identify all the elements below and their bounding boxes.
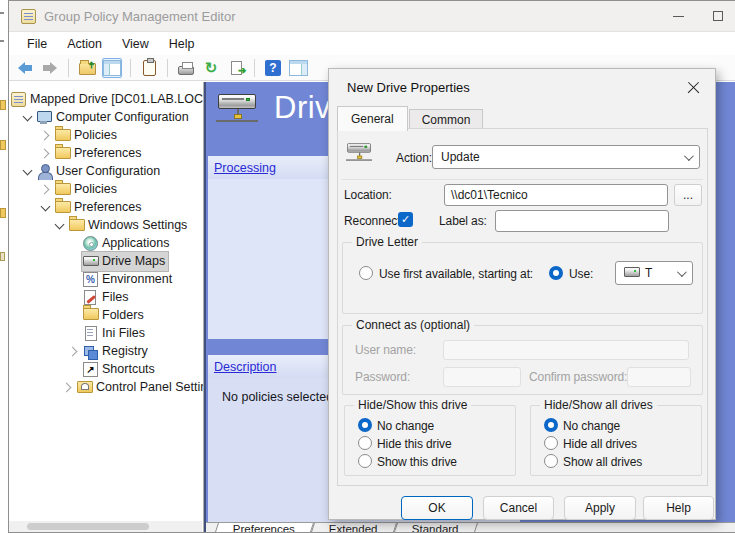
console-tree: Mapped Drive [DC01.LAB.LOCA Computer Con… xyxy=(9,82,204,532)
processing-link[interactable]: Processing xyxy=(214,161,276,175)
close-icon[interactable] xyxy=(683,77,705,99)
cancel-button[interactable]: Cancel xyxy=(483,496,554,520)
show-action-pane-icon[interactable] xyxy=(288,58,308,78)
chevron-down-icon[interactable] xyxy=(21,165,33,177)
print-icon[interactable] xyxy=(176,58,196,78)
scrollbar-thumb[interactable] xyxy=(27,523,149,530)
confirm-password-label: Confirm password: xyxy=(529,370,627,384)
this-no-change-label: No change xyxy=(377,419,434,433)
up-one-level-icon[interactable] xyxy=(77,58,97,78)
tab-extended[interactable]: Extended xyxy=(310,523,397,532)
tree-item-folders[interactable]: Folders xyxy=(9,306,203,324)
tree-item-mapped-drive[interactable]: Mapped Drive [DC01.LAB.LOCA xyxy=(9,90,203,108)
show-this-drive-label: Show this drive xyxy=(377,455,457,469)
label-as-input[interactable] xyxy=(495,210,669,232)
all-no-change-radio[interactable] xyxy=(544,418,558,432)
password-input xyxy=(443,367,521,387)
use-first-available-radio[interactable] xyxy=(359,266,373,280)
chevron-right-icon[interactable] xyxy=(67,345,79,357)
ok-button[interactable]: OK xyxy=(401,496,473,520)
tree-item-user-policies[interactable]: Policies xyxy=(9,180,203,198)
tree-item-user-configuration[interactable]: User Configuration xyxy=(9,162,203,180)
tree-item-ini-files[interactable]: Ini Files xyxy=(9,324,203,342)
show-this-drive-radio[interactable] xyxy=(358,454,372,468)
tree-item-shortcuts[interactable]: Shortcuts xyxy=(9,360,203,378)
tree-item-environment[interactable]: Environment xyxy=(9,270,203,288)
file-edit-icon xyxy=(83,290,98,305)
menu-help[interactable]: Help xyxy=(159,35,205,53)
location-label: Location: xyxy=(344,188,392,202)
tree-item-control-panel-settings[interactable]: Control Panel Setting xyxy=(9,378,203,396)
tree-item-user-preferences[interactable]: Preferences xyxy=(9,198,203,216)
use-label: Use: xyxy=(569,267,593,281)
this-no-change-radio[interactable] xyxy=(358,418,372,432)
forward-icon[interactable] xyxy=(40,58,60,78)
general-tab-page: Action: Update Location: \\dc01\Tecnico … xyxy=(337,128,708,486)
tree-item-files[interactable]: Files xyxy=(9,288,203,306)
tree-horizontal-scrollbar[interactable] xyxy=(9,521,202,532)
folder-icon xyxy=(69,219,84,234)
new-drive-properties-dialog: New Drive Properties General Common Acti… xyxy=(328,68,716,520)
refresh-icon[interactable]: ↻ xyxy=(201,58,221,78)
show-console-tree-icon[interactable] xyxy=(102,58,122,78)
screen: Group Policy Management Editor File Acti… xyxy=(0,0,735,533)
tab-preferences[interactable]: Preferences xyxy=(214,523,314,532)
show-all-drives-radio[interactable] xyxy=(544,454,558,468)
drive-letter-icon xyxy=(624,266,639,281)
toolbar-separator xyxy=(254,59,255,77)
tab-general[interactable]: General xyxy=(337,106,408,131)
shortcut-arrow-icon xyxy=(83,362,98,377)
chevron-right-icon[interactable] xyxy=(39,129,51,141)
clipboard-icon[interactable] xyxy=(139,58,159,78)
chevron-down-icon[interactable] xyxy=(53,219,65,231)
chevron-right-icon[interactable] xyxy=(39,183,51,195)
help-button[interactable]: Help xyxy=(643,496,714,520)
drive-letter-value: T xyxy=(645,266,652,280)
menu-view[interactable]: View xyxy=(112,35,159,53)
tree-item-drive-maps[interactable]: Drive Maps xyxy=(9,252,203,270)
hide-all-drives-radio[interactable] xyxy=(544,436,558,450)
export-list-icon[interactable] xyxy=(226,58,246,78)
user-icon xyxy=(37,164,52,179)
dialog-title: New Drive Properties xyxy=(347,80,470,95)
tree-item-computer-configuration[interactable]: Computer Configuration xyxy=(9,108,203,126)
tree-item-windows-settings[interactable]: Windows Settings xyxy=(9,216,203,234)
background-window-sliver xyxy=(0,0,8,533)
chevron-down-icon xyxy=(684,151,694,161)
chevron-down-icon[interactable] xyxy=(21,111,33,123)
hide-this-drive-radio[interactable] xyxy=(358,436,372,450)
computer-icon xyxy=(37,110,52,125)
tree-item-computer-preferences[interactable]: Preferences xyxy=(9,144,203,162)
reconnect-checkbox[interactable]: ✓ xyxy=(398,212,413,227)
separator xyxy=(342,179,703,180)
description-link[interactable]: Description xyxy=(214,360,277,374)
user-name-input xyxy=(443,340,689,360)
tree-item-registry[interactable]: Registry xyxy=(9,342,203,360)
menu-action[interactable]: Action xyxy=(57,35,112,53)
drive-letter-dropdown[interactable]: T xyxy=(615,261,693,285)
tree-item-applications[interactable]: Applications xyxy=(9,234,203,252)
hide-this-drive-label: Hide this drive xyxy=(377,437,452,451)
menu-file[interactable]: File xyxy=(17,35,57,53)
tree-item-computer-policies[interactable]: Policies xyxy=(9,126,203,144)
chevron-right-icon[interactable] xyxy=(61,381,73,393)
chevron-right-icon[interactable] xyxy=(39,147,51,159)
toolbar-separator xyxy=(167,59,168,77)
help-icon[interactable]: ? xyxy=(263,58,283,78)
use-radio[interactable] xyxy=(549,266,563,280)
maximize-button[interactable] xyxy=(701,1,735,31)
folder-icon xyxy=(55,201,70,216)
show-all-drives-label: Show all drives xyxy=(563,455,642,469)
apply-button[interactable]: Apply xyxy=(564,496,636,520)
action-dropdown[interactable]: Update xyxy=(432,145,700,169)
minimize-button[interactable] xyxy=(661,1,695,31)
hide-show-this-drive-label: Hide/Show this drive xyxy=(354,398,471,412)
tab-standard[interactable]: Standard xyxy=(393,523,478,532)
location-input[interactable]: \\dc01\Tecnico xyxy=(444,184,668,206)
browse-button[interactable]: ... xyxy=(674,184,702,206)
cd-icon xyxy=(83,236,98,251)
back-icon[interactable] xyxy=(15,58,35,78)
password-label: Password: xyxy=(355,370,410,384)
chevron-down-icon[interactable] xyxy=(39,201,51,213)
label-as-label: Label as: xyxy=(439,214,487,228)
